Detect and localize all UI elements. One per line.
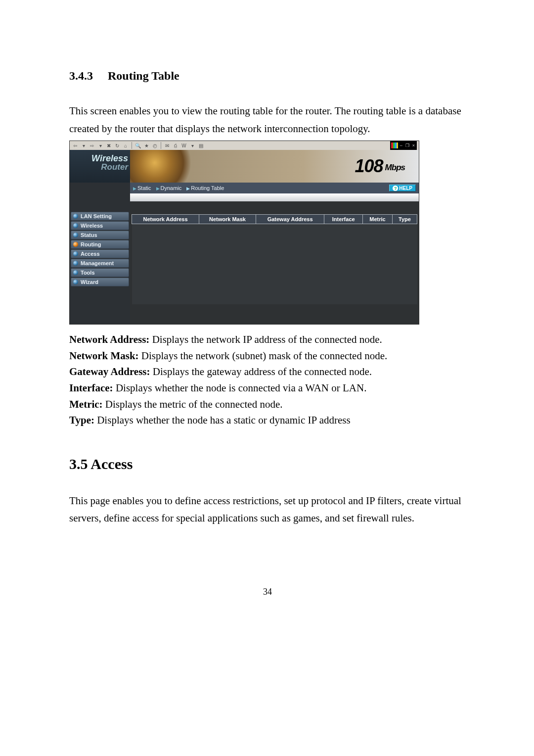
- definition-term: Type:: [69, 414, 94, 426]
- sub-tab-bar: ▶Static▶Dynamic▶Routing Table ? HELP: [130, 183, 419, 193]
- tab-static[interactable]: ▶Static: [133, 185, 151, 191]
- tab-routing-table[interactable]: ▶Routing Table: [186, 185, 224, 191]
- page-number: 34: [69, 587, 466, 597]
- bullet-icon: [73, 233, 78, 237]
- windows-logo-icon: [391, 142, 398, 148]
- col-type: Type: [392, 215, 417, 224]
- dropdown-icon[interactable]: ▾: [80, 142, 87, 149]
- logo-line1: Wireless: [70, 154, 128, 163]
- sidebar: Wireless Router LAN SettingWirelessStatu…: [70, 150, 130, 324]
- definition-line: Gateway Address: Displays the gateway ad…: [69, 364, 466, 380]
- definition-line: Network Mask: Displays the network (subn…: [69, 348, 466, 364]
- sidebar-item-label: Access: [81, 251, 100, 257]
- bullet-icon: [73, 261, 78, 266]
- definition-desc: Displays whether the node has a static o…: [94, 414, 351, 426]
- sidebar-item-wizard[interactable]: Wizard: [71, 278, 129, 286]
- field-definitions: Network Address: Displays the network IP…: [69, 331, 466, 428]
- definition-desc: Displays the metric of the connected nod…: [103, 398, 283, 410]
- triangle-icon: ▶: [133, 186, 136, 191]
- bullet-icon: [73, 214, 78, 219]
- minimize-button[interactable]: –: [399, 143, 403, 148]
- banner: 108Mbps: [130, 150, 419, 183]
- section-number: 3.4.3: [69, 69, 93, 83]
- forward-icon[interactable]: ⇨: [89, 142, 95, 149]
- edit-icon[interactable]: ▤: [197, 142, 204, 149]
- history-icon[interactable]: ◴: [151, 142, 158, 149]
- definition-desc: Displays the network (subnet) mask of th…: [139, 350, 388, 362]
- section-title: Routing Table: [108, 69, 179, 82]
- definition-line: Network Address: Displays the network IP…: [69, 331, 466, 348]
- section-heading: 3.4.3Routing Table: [69, 69, 466, 83]
- close-button[interactable]: ×: [411, 143, 416, 148]
- table-empty-area: [132, 224, 417, 305]
- col-network-address: Network Address: [132, 215, 199, 224]
- refresh-icon[interactable]: ↻: [114, 142, 121, 149]
- stop-icon[interactable]: ✖: [105, 142, 112, 149]
- definition-term: Gateway Address:: [69, 366, 150, 378]
- sidebar-item-wireless[interactable]: Wireless: [71, 221, 129, 230]
- sidebar-item-status[interactable]: Status: [71, 231, 129, 239]
- separator-icon: [161, 142, 161, 149]
- definition-line: Type: Displays whether the node has a st…: [69, 412, 466, 428]
- sidebar-item-label: Routing: [81, 241, 101, 247]
- word-icon[interactable]: W: [180, 142, 187, 149]
- definition-desc: Displays whether the node is connected v…: [113, 382, 367, 394]
- sidebar-item-lan-setting[interactable]: LAN Setting: [71, 212, 129, 221]
- maximize-button[interactable]: ❐: [404, 143, 410, 148]
- bullet-icon: [73, 251, 78, 256]
- router-ui-screenshot: ⇦ ▾ ⇨ ▾ ✖ ↻ ⌂ 🔍 ★ ◴ ✉ ⎙ W ▾ ▤ – ❐ ×: [69, 141, 419, 325]
- help-icon: ?: [393, 186, 398, 191]
- triangle-icon: ▶: [186, 186, 190, 191]
- back-icon[interactable]: ⇦: [72, 142, 79, 149]
- definition-line: Interface: Displays whether the node is …: [69, 380, 466, 396]
- bullet-icon: [73, 270, 78, 275]
- sidebar-item-label: Management: [81, 260, 114, 266]
- browser-toolbar: ⇦ ▾ ⇨ ▾ ✖ ↻ ⌂ 🔍 ★ ◴ ✉ ⎙ W ▾ ▤ – ❐ ×: [70, 141, 419, 150]
- col-interface: Interface: [324, 215, 363, 224]
- bullet-icon: [73, 223, 78, 228]
- banner-graphic-icon: [130, 150, 199, 183]
- print-icon[interactable]: ⎙: [172, 142, 179, 149]
- separator-icon: [132, 142, 132, 149]
- banner-brand: 108Mbps: [355, 156, 405, 177]
- definition-desc: Displays the network IP address of the c…: [149, 333, 382, 345]
- sidebar-item-label: Tools: [81, 270, 95, 276]
- bullet-icon: [73, 242, 78, 247]
- dropdown-icon[interactable]: ▾: [189, 142, 196, 149]
- help-label: HELP: [399, 186, 412, 191]
- definition-desc: Displays the gateway address of the conn…: [150, 366, 372, 378]
- logo-line2: Router: [70, 163, 128, 171]
- dropdown-icon[interactable]: ▾: [97, 142, 104, 149]
- sidebar-item-label: Status: [81, 232, 97, 238]
- definition-term: Metric:: [69, 398, 103, 410]
- section2-heading: 3.5 Access: [69, 456, 466, 472]
- definition-term: Network Address:: [69, 333, 149, 345]
- col-gateway-address: Gateway Address: [256, 215, 324, 224]
- brand-number: 108: [355, 156, 383, 176]
- help-button[interactable]: ? HELP: [389, 185, 416, 191]
- bullet-icon: [73, 280, 78, 284]
- window-controls: – ❐ ×: [390, 141, 417, 150]
- col-metric: Metric: [363, 215, 393, 224]
- sidebar-item-label: Wireless: [81, 223, 103, 229]
- sidebar-item-management[interactable]: Management: [71, 259, 129, 268]
- home-icon[interactable]: ⌂: [122, 142, 129, 149]
- tab-dynamic[interactable]: ▶Dynamic: [156, 185, 182, 191]
- definition-term: Interface:: [69, 382, 113, 394]
- favorites-icon[interactable]: ★: [143, 142, 150, 149]
- col-network-mask: Network Mask: [199, 215, 256, 224]
- sidebar-item-label: LAN Setting: [81, 213, 112, 219]
- router-logo: Wireless Router: [70, 150, 130, 183]
- definition-term: Network Mask:: [69, 350, 139, 362]
- sidebar-item-label: Wizard: [81, 279, 98, 285]
- subtab-strip: [130, 193, 419, 201]
- section2-body: This page enables you to define access r…: [69, 492, 466, 527]
- sidebar-item-access[interactable]: Access: [71, 249, 129, 258]
- section-intro: This screen enables you to view the rout…: [69, 102, 466, 138]
- definition-line: Metric: Displays the metric of the conne…: [69, 396, 466, 413]
- sidebar-item-tools[interactable]: Tools: [71, 268, 129, 277]
- mail-icon[interactable]: ✉: [164, 142, 171, 149]
- triangle-icon: ▶: [156, 186, 160, 191]
- sidebar-item-routing[interactable]: Routing: [71, 240, 129, 249]
- search-icon[interactable]: 🔍: [134, 142, 141, 149]
